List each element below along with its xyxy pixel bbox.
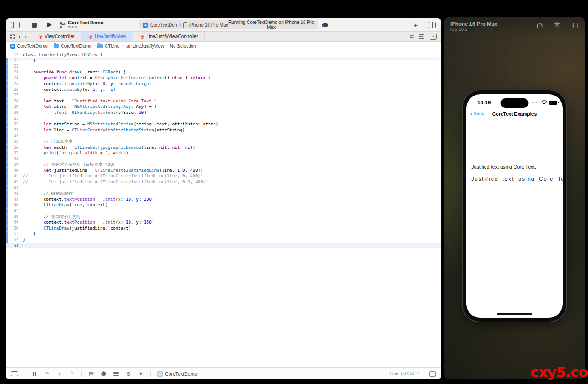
home-indicator[interactable] <box>497 313 532 315</box>
line-number[interactable]: 28 <box>6 98 23 104</box>
line-number[interactable]: 46 <box>6 202 23 208</box>
breadcrumb-file[interactable]: LineJustifyView <box>125 44 164 49</box>
editor-adjust-icon[interactable] <box>429 371 436 377</box>
breadcrumb-subgroup[interactable]: CTLine <box>97 44 119 49</box>
code-line[interactable]: 46 CTLineDraw(line, context) <box>6 202 441 208</box>
code-line[interactable]: 27 <box>6 92 441 98</box>
tab-linejustifyview[interactable]: LineJustifyView <box>81 32 133 41</box>
line-number[interactable]: 41 <box>6 173 23 179</box>
code-line[interactable]: 30 .font: UIFont.systemFont(ofSize: 20) <box>6 110 441 116</box>
code-line[interactable]: 41// let justifiedLine = CTLineCreateJus… <box>6 173 441 179</box>
simulator-titlebar[interactable]: iPhone 16 Pro Max iOS 18.5 <box>444 17 585 36</box>
code-line[interactable]: 32 let attrString = NSAttributedString(s… <box>6 121 441 127</box>
breadcrumb-selection[interactable]: No Selection <box>170 44 196 49</box>
home-icon[interactable] <box>536 22 543 29</box>
screenshot-icon[interactable] <box>554 22 561 28</box>
pill-device-label[interactable]: iPhone 16 Pro Max <box>189 23 228 28</box>
line-number[interactable]: 37 <box>6 150 23 156</box>
rotate-icon[interactable] <box>571 22 578 29</box>
line-number[interactable]: 32 <box>6 121 23 127</box>
code-line[interactable]: 39 // 创建对齐后的行（目标宽度 400） <box>6 162 441 168</box>
code-line[interactable]: 47 <box>6 208 441 214</box>
line-number[interactable]: 51 <box>6 231 23 237</box>
code-line[interactable]: 29 let attrs: [NSAttributedString.Key: A… <box>6 104 441 110</box>
view-hierarchy-icon[interactable]: ▤ <box>88 371 94 377</box>
line-number[interactable]: 31 <box>6 116 23 122</box>
line-number[interactable]: 22 <box>6 63 23 69</box>
breadcrumb-group[interactable]: CoreTextDemo <box>54 44 92 49</box>
step-out-icon[interactable]: ↥ <box>69 371 75 377</box>
library-add-button[interactable]: + <box>413 21 418 29</box>
line-number[interactable]: 50 <box>6 226 23 232</box>
line-number[interactable]: 45 <box>6 197 23 203</box>
line-number[interactable]: 33 <box>6 127 23 133</box>
step-over-icon[interactable]: ↷ <box>44 371 50 377</box>
iphone-screen[interactable]: 10:19 ···· ‹ Back CoreText Examples Ju <box>466 94 563 318</box>
stop-button[interactable] <box>32 23 37 28</box>
simulate-location-icon[interactable]: ➤ <box>138 371 144 377</box>
code-line[interactable]: 38 <box>6 156 441 162</box>
line-number[interactable]: 43 <box>6 185 23 191</box>
code-line[interactable]: 26 context.scaleBy(x: 1, y: -1) <box>6 87 441 93</box>
line-number[interactable]: 39 <box>6 162 23 168</box>
activity-pill[interactable]: A CoreTextDen ⟩ iPhone 16 Pro Max Runnin… <box>139 20 318 29</box>
pause-icon[interactable] <box>32 372 38 376</box>
code-line[interactable]: 33 let line = CTLineCreateWithAttributed… <box>6 127 441 133</box>
line-number[interactable]: 36 <box>6 145 23 151</box>
code-line[interactable]: 34 <box>6 133 441 139</box>
line-number[interactable]: 23 <box>6 69 23 75</box>
line-number[interactable]: 27 <box>6 92 23 98</box>
line-number[interactable]: 12 <box>6 52 23 58</box>
debug-area-toggle-icon[interactable] <box>11 371 18 376</box>
navigator-toggle-icon[interactable] <box>11 22 20 28</box>
environment-overrides-icon[interactable] <box>113 372 119 376</box>
line-number[interactable]: 47 <box>6 208 23 214</box>
pill-scheme-label[interactable]: CoreTextDen <box>150 23 177 28</box>
code-line[interactable]: 43 <box>6 185 441 191</box>
code-review-icon[interactable]: ⇄ <box>410 34 414 40</box>
editor-layout-icon[interactable] <box>428 22 436 28</box>
code-line[interactable]: 31 ] <box>6 116 441 122</box>
code-line[interactable]: 44 // 绘制原始行 <box>6 191 441 197</box>
xcode-cloud-icon[interactable] <box>321 22 329 28</box>
memory-graph-icon[interactable] <box>101 371 107 376</box>
line-number[interactable]: 29 <box>6 104 23 110</box>
code-line[interactable]: 49 context.textPosition = .init(x: 10, y… <box>6 220 441 226</box>
line-number[interactable]: 34 <box>6 133 23 139</box>
code-line[interactable]: 36 let width = CTLineGetTypographicBound… <box>6 145 441 151</box>
breadcrumb-project[interactable]: A CoreTextDemo <box>10 44 48 49</box>
code-line[interactable]: 53 <box>6 243 441 249</box>
code-line[interactable]: 25 context.translateBy(x: 0, y: bounds.h… <box>6 81 441 87</box>
code-line[interactable]: 37 print("original width = ", width) <box>6 150 441 156</box>
code-line[interactable]: 45 context.textPosition = .init(x: 10, y… <box>6 197 441 203</box>
scheme-info[interactable]: CoreTextDemo main <box>68 20 103 30</box>
appearance-override-icon[interactable]: S <box>125 371 131 377</box>
code-line[interactable]: 22 <box>6 63 441 69</box>
line-number[interactable]: 21 <box>6 58 23 64</box>
code-line[interactable]: 42// let justifiedLine = CTLineCreateJus… <box>6 179 441 185</box>
code-line[interactable]: 35 // 计算原宽度 <box>6 139 441 145</box>
add-editor-icon[interactable]: + <box>430 34 437 40</box>
code-line[interactable]: 21 } <box>6 58 441 64</box>
line-number[interactable]: 49 <box>6 220 23 226</box>
line-number[interactable]: 35 <box>6 139 23 145</box>
line-number[interactable]: 26 <box>6 87 23 93</box>
step-into-icon[interactable]: ↧ <box>57 371 62 377</box>
line-number[interactable]: 53 <box>6 243 23 249</box>
line-number[interactable]: 38 <box>6 156 23 162</box>
code-line[interactable]: 50 CTLineDraw(justifiedLine, context) <box>6 226 441 232</box>
line-number[interactable]: 48 <box>6 214 23 220</box>
line-number[interactable]: 40 <box>6 168 23 174</box>
go-back-icon[interactable]: ‹ <box>19 34 21 40</box>
line-number[interactable]: 24 <box>6 75 23 81</box>
tab-linejustifyviewcontroller[interactable]: LineJustifyViewController <box>133 32 205 41</box>
code-line[interactable]: 12class LineJustifyView: UIView { <box>6 52 441 58</box>
code-line[interactable]: 40 let justifiedLine = CTLineCreateJusti… <box>6 168 441 174</box>
go-forward-icon[interactable]: › <box>25 34 27 40</box>
line-number[interactable]: 42 <box>6 179 23 185</box>
adjust-editor-options-icon[interactable] <box>419 34 424 39</box>
code-line[interactable]: 24 guard let context = UIGraphicsGetCurr… <box>6 75 441 81</box>
line-number[interactable]: 25 <box>6 81 23 87</box>
line-number[interactable]: 52 <box>6 237 23 243</box>
source-editor[interactable]: 12class LineJustifyView: UIView {21 }222… <box>6 51 441 367</box>
